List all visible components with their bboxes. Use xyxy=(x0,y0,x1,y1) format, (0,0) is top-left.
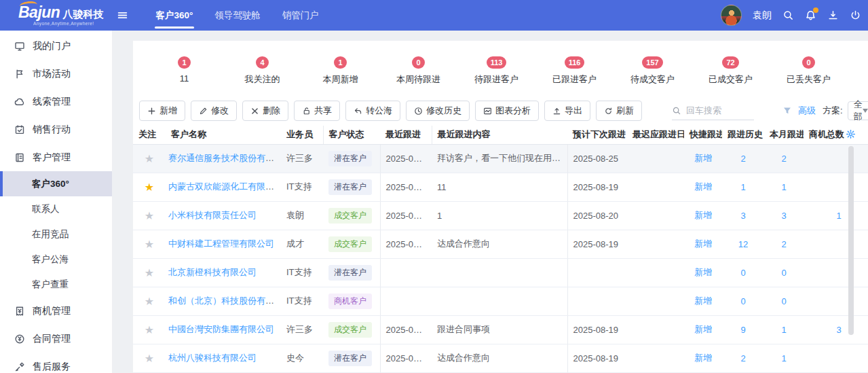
notification-bell[interactable] xyxy=(805,10,816,21)
stat-item[interactable]: 157 待成交客户 xyxy=(614,56,692,86)
sidebar-item[interactable]: 合同管理 xyxy=(0,325,112,353)
sidebar-item[interactable]: 在用竞品 xyxy=(0,221,112,247)
stat-item[interactable]: 116 已跟进客户 xyxy=(535,56,614,86)
toolbar-button[interactable]: 修改 xyxy=(191,101,237,121)
filter-funnel-icon[interactable] xyxy=(782,106,792,116)
customer-name-link[interactable]: 中國台灣安防集團有限公司 xyxy=(168,324,274,334)
stat-item[interactable]: 1 11 xyxy=(145,56,223,86)
star-icon[interactable] xyxy=(145,296,154,307)
star-icon[interactable] xyxy=(145,267,154,279)
month-follow-link[interactable]: 2 xyxy=(781,154,786,164)
sidebar-item[interactable]: 联系人 xyxy=(0,196,112,221)
customer-name-link[interactable]: 中财科建工程管理有限公司 xyxy=(168,238,274,249)
toolbar-button[interactable]: 新增 xyxy=(139,101,185,121)
column-header[interactable]: 最近跟进内容 xyxy=(432,126,567,144)
month-follow-link[interactable]: 0 xyxy=(781,296,786,306)
customer-row[interactable]: 和创（北京）科技股份有限公司 IT支持 商机客户 新增 0 0 xyxy=(133,287,868,315)
customer-row[interactable]: 赛尔通信服务技术股份有限公司 许三多 潜在客户 2025-05-27 拜访客户，… xyxy=(133,144,868,173)
customer-name-link[interactable]: 杭州八骏科技有限公司 xyxy=(168,353,257,363)
customer-row[interactable]: 北京新橙科技有限公司 IT支持 潜在客户 新增 0 0 xyxy=(133,258,868,287)
sidebar-item[interactable]: 客户360° xyxy=(0,171,112,196)
opportunity-count-link[interactable]: 1 xyxy=(836,211,841,221)
sidebar-item[interactable]: 售后服务 xyxy=(0,353,112,373)
follow-history-link[interactable]: 9 xyxy=(740,325,745,335)
follow-history-link[interactable]: 1 xyxy=(740,182,745,192)
customer-name-link[interactable]: 小米科技有限责任公司 xyxy=(168,210,257,220)
nav-tab[interactable]: 销管门户 xyxy=(271,0,330,31)
sidebar-item[interactable]: 线索管理 xyxy=(0,88,112,116)
star-icon[interactable] xyxy=(145,353,154,364)
column-header[interactable]: 商机总数 xyxy=(804,126,868,144)
follow-history-link[interactable]: 3 xyxy=(740,211,745,221)
sidebar-item[interactable]: 客户管理 xyxy=(0,143,112,171)
column-header[interactable]: 快捷跟进 xyxy=(684,126,722,144)
star-icon[interactable] xyxy=(145,324,154,336)
column-header[interactable]: 最迟应跟进日期 xyxy=(627,126,684,144)
vertical-scrollbar-thumb[interactable] xyxy=(848,146,854,335)
nav-tab[interactable]: 领导驾驶舱 xyxy=(204,0,271,31)
stat-item[interactable]: 72 已成交客户 xyxy=(692,56,770,86)
customer-name-link[interactable]: 内蒙古双欣能源化工有限公司 xyxy=(168,181,281,192)
scheme-select[interactable]: 全部 xyxy=(848,101,868,120)
sidebar-item[interactable]: 客户查重 xyxy=(0,272,112,297)
sidebar-item[interactable]: 商机管理 xyxy=(0,297,112,325)
customer-row[interactable]: 中财科建工程管理有限公司 成才 成交客户 2025-05-21 达成合作意向 2… xyxy=(133,230,868,258)
search-icon[interactable] xyxy=(782,10,794,21)
follow-history-link[interactable]: 0 xyxy=(740,268,745,278)
quick-follow-link[interactable]: 新增 xyxy=(694,153,712,163)
toolbar-button[interactable]: 转公海 xyxy=(345,101,400,121)
stat-item[interactable]: 113 待跟进客户 xyxy=(457,56,535,86)
app-logo[interactable]: Bajun 八骏科技 Anyone,Anytime,Anywhere! xyxy=(18,5,103,26)
column-header[interactable]: 客户名称 xyxy=(166,126,281,144)
star-icon[interactable] xyxy=(145,210,154,221)
stat-item[interactable]: 0 已丢失客户 xyxy=(770,56,848,86)
customer-row[interactable]: 杭州八骏科技有限公司 史今 潜在客户 2025-05-21 达成合作意向 202… xyxy=(133,344,868,372)
follow-history-link[interactable]: 0 xyxy=(740,296,745,306)
toolbar-button[interactable]: 导出 xyxy=(544,101,590,121)
month-follow-link[interactable]: 0 xyxy=(781,268,786,278)
sidebar-item[interactable]: 客户公海 xyxy=(0,247,112,272)
column-header[interactable]: 客户状态 xyxy=(323,126,380,144)
customer-name-link[interactable]: 北京新橙科技有限公司 xyxy=(168,267,257,277)
follow-history-link[interactable]: 2 xyxy=(740,154,745,164)
column-header[interactable]: 跟进历史 xyxy=(722,126,764,144)
month-follow-link[interactable]: 2 xyxy=(781,239,786,249)
sidebar-item[interactable]: 我的门户 xyxy=(0,32,112,60)
stat-item[interactable]: 4 我关注的 xyxy=(223,56,301,86)
column-header[interactable]: 业务员 xyxy=(281,126,323,144)
column-header[interactable]: 预计下次跟进 xyxy=(567,126,627,144)
toolbar-button[interactable]: 修改历史 xyxy=(406,101,470,121)
column-header[interactable]: 本月跟进 xyxy=(764,126,804,144)
quick-follow-link[interactable]: 新增 xyxy=(694,181,712,192)
star-icon[interactable] xyxy=(145,181,154,193)
stat-item[interactable]: 0 本周待跟进 xyxy=(379,56,457,86)
download-icon[interactable] xyxy=(827,10,839,21)
month-follow-link[interactable]: 3 xyxy=(781,211,786,221)
customer-name-link[interactable]: 和创（北京）科技股份有限公司 xyxy=(168,296,281,306)
month-follow-link[interactable]: 1 xyxy=(781,353,786,363)
customer-row[interactable]: 内蒙古双欣能源化工有限公司 IT支持 潜在客户 2025-05-21 11 20… xyxy=(133,173,868,201)
customer-name-link[interactable]: 赛尔通信服务技术股份有限公司 xyxy=(168,153,281,163)
toolbar-button[interactable]: 图表分析 xyxy=(475,101,539,121)
quick-follow-link[interactable]: 新增 xyxy=(694,238,712,249)
stat-item[interactable]: 1 本周新增 xyxy=(301,56,379,86)
toolbar-button[interactable]: 共享 xyxy=(294,101,340,121)
username[interactable]: 袁朗 xyxy=(753,10,772,22)
power-icon[interactable] xyxy=(850,10,861,21)
column-header[interactable]: 最近跟进 xyxy=(380,126,432,144)
star-icon[interactable] xyxy=(145,153,154,164)
quick-follow-link[interactable]: 新增 xyxy=(694,296,712,306)
quick-follow-link[interactable]: 新增 xyxy=(694,210,712,220)
quick-follow-link[interactable]: 新增 xyxy=(694,353,712,363)
quick-follow-link[interactable]: 新增 xyxy=(694,267,712,277)
sidebar-item[interactable]: 销售行动 xyxy=(0,116,112,143)
opportunity-count-link[interactable]: 3 xyxy=(836,325,841,335)
toolbar-button[interactable]: 刷新 xyxy=(596,101,642,121)
nav-tab[interactable]: 客户360° xyxy=(145,0,204,31)
month-follow-link[interactable]: 1 xyxy=(781,325,786,335)
toolbar-button[interactable]: 删除 xyxy=(242,101,288,121)
follow-history-link[interactable]: 12 xyxy=(738,239,748,249)
month-follow-link[interactable]: 1 xyxy=(781,182,786,192)
sidebar-item[interactable]: 市场活动 xyxy=(0,60,112,88)
user-avatar[interactable] xyxy=(721,5,742,26)
